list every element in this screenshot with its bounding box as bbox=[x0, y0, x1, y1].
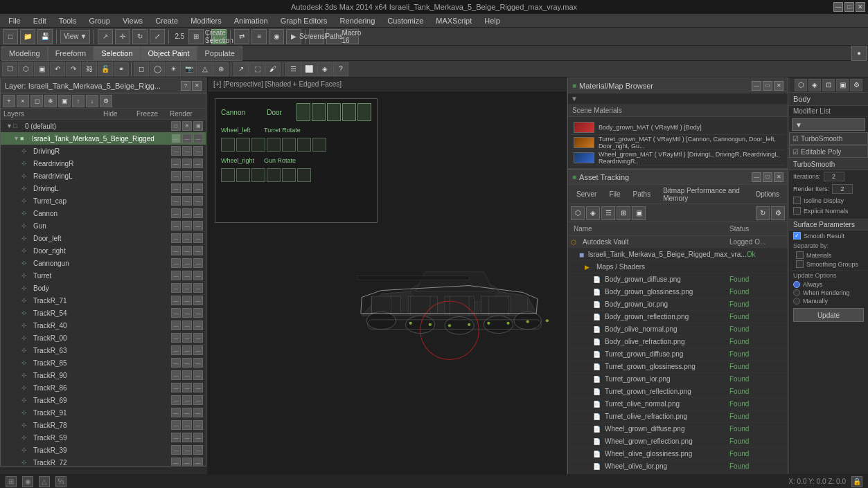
view-dropdown[interactable]: View▼ bbox=[60, 30, 90, 44]
new-btn[interactable]: □ bbox=[3, 29, 18, 44]
smoothing-groups-checkbox[interactable] bbox=[796, 260, 804, 268]
update-button[interactable]: Update bbox=[793, 308, 864, 322]
icon-mat-editor[interactable]: ◈ bbox=[317, 62, 333, 76]
layer-turret-cap[interactable]: ⊹ Turret_cap ——— bbox=[1, 195, 206, 207]
asset-menu-bitmap-perf[interactable]: Bitmap Performance and Memory bbox=[657, 186, 748, 204]
layer-dialog-close[interactable]: ✕ bbox=[192, 81, 202, 91]
layer-drivingr[interactable]: ⊹ DrivingR ——— bbox=[1, 145, 206, 157]
icon-scene-exp[interactable]: ⬜ bbox=[301, 62, 317, 76]
mod-icon-1[interactable]: ⬡ bbox=[795, 79, 807, 91]
icon-link[interactable]: ⛓ bbox=[82, 62, 97, 76]
minimize-btn[interactable]: — bbox=[833, 2, 843, 12]
icon-redo[interactable]: ↷ bbox=[66, 62, 81, 76]
status-percent-icon[interactable]: % bbox=[55, 476, 67, 487]
mod-icon-4[interactable]: ▣ bbox=[836, 79, 849, 91]
layer-trackr-71[interactable]: ⊹ TrackR_71 ——— bbox=[1, 294, 206, 307]
icon-new[interactable]: ☐ bbox=[2, 62, 17, 76]
move-btn[interactable]: ✛ bbox=[115, 29, 130, 44]
layer-reardrivingr[interactable]: ⊹ ReardrivingR ——— bbox=[1, 157, 206, 170]
isoline-row[interactable]: Isoline Display bbox=[789, 195, 868, 206]
icon-select-region[interactable]: ⬚ bbox=[249, 62, 265, 76]
screenshot-btn[interactable]: Screenshot bbox=[309, 29, 324, 44]
maximize-btn[interactable]: □ bbox=[844, 2, 854, 12]
asset-body-normal[interactable]: 📄 Body_olive_normal.png Found bbox=[568, 323, 788, 336]
modifier-dropdown[interactable]: ▼ bbox=[792, 118, 865, 131]
asset-turret-diffuse[interactable]: 📄 Turret_grown_diffuse.png Found bbox=[568, 348, 788, 361]
menu-views[interactable]: Views bbox=[117, 15, 148, 26]
asset-rows-body[interactable]: ⬡ Autodesk Vault Logged O... ◼ Israeli_T… bbox=[568, 236, 788, 475]
asset-btn-3[interactable]: ☰ bbox=[601, 206, 615, 220]
asset-body-ior[interactable]: 📄 Body_grown_ior.png Found bbox=[568, 298, 788, 311]
layer-trackr-00[interactable]: ⊹ TrackR_00 ——— bbox=[1, 332, 206, 344]
isoline-checkbox[interactable] bbox=[793, 197, 801, 204]
layer-settings-btn[interactable]: ⚙ bbox=[100, 95, 112, 107]
layer-trackr-59[interactable]: ⊹ TrackR_59 ——— bbox=[1, 431, 206, 444]
layer-trackr-78[interactable]: ⊹ TrackR_78 ——— bbox=[1, 419, 206, 431]
menu-group[interactable]: Group bbox=[83, 15, 116, 26]
asset-wheel-reflection[interactable]: 📄 Wheel_grown_reflection.png Found bbox=[568, 435, 788, 448]
when-rendering-row[interactable]: When Rendering bbox=[789, 289, 868, 297]
asset-btn-5[interactable]: ▣ bbox=[632, 206, 646, 220]
icon-select[interactable]: ↗ bbox=[233, 62, 249, 76]
menu-create[interactable]: Create bbox=[150, 15, 184, 26]
layer-freeze-btn[interactable]: ❄ bbox=[44, 95, 57, 107]
macro16-btn[interactable]: Macro 16 bbox=[344, 29, 359, 44]
menu-tools[interactable]: Tools bbox=[53, 15, 82, 26]
asset-body-refraction[interactable]: 📄 Body_olive_refraction.png Found bbox=[568, 336, 788, 348]
asset-body-glossiness[interactable]: 📄 Body_grown_glossiness.png Found bbox=[568, 286, 788, 298]
materials-row[interactable]: Materials bbox=[789, 251, 868, 260]
mat-browser-minimize[interactable]: — bbox=[752, 81, 761, 91]
iterations-input[interactable] bbox=[824, 172, 844, 181]
asset-minimize[interactable]: — bbox=[752, 172, 761, 182]
create-selection-btn[interactable]: Create Selection bbox=[211, 29, 227, 44]
asset-turret-reflection[interactable]: 📄 Turret_grown_reflection.png Found bbox=[568, 386, 788, 398]
asset-btn-2[interactable]: ◈ bbox=[586, 206, 600, 220]
explicit-normals-row[interactable]: Explicit Normals bbox=[789, 206, 868, 216]
mod-icon-2[interactable]: ◈ bbox=[808, 79, 821, 91]
asset-vault-row[interactable]: ⬡ Autodesk Vault Logged O... bbox=[568, 236, 788, 248]
smooth-result-checkbox[interactable]: ✓ bbox=[793, 232, 801, 240]
mode-populate[interactable]: Populate bbox=[197, 46, 242, 61]
menu-customize[interactable]: Customize bbox=[382, 15, 429, 26]
layer-trackr-39[interactable]: ⊹ TrackR_39 ——— bbox=[1, 444, 206, 456]
asset-menu-options[interactable]: Options bbox=[750, 189, 785, 199]
layer-door-left[interactable]: ⊹ Door_left ——— bbox=[1, 232, 206, 244]
icon-cameras[interactable]: 📷 bbox=[181, 62, 197, 76]
material-body[interactable]: Body_grown_MAT ( VRayMtl ) [Body] bbox=[571, 120, 785, 135]
asset-wheel-diffuse[interactable]: 📄 Wheel_grown_diffuse.png Found bbox=[568, 423, 788, 435]
menu-help[interactable]: Help bbox=[479, 15, 506, 26]
mat-browser-close[interactable]: ✕ bbox=[774, 81, 783, 91]
layer-tank-main[interactable]: ▼ ■ Israeli_Tank_Merkava_5_Beige_Rigged … bbox=[1, 132, 206, 145]
layer-dialog-question[interactable]: ? bbox=[181, 81, 191, 91]
asset-turret-ior[interactable]: 📄 Turret_grown_ior.png Found bbox=[568, 373, 788, 386]
asset-refresh-btn[interactable]: ↻ bbox=[756, 206, 770, 220]
icon-open[interactable]: ⬡ bbox=[18, 62, 33, 76]
mod-icon-5[interactable]: ⚙ bbox=[850, 79, 862, 91]
paths-btn[interactable]: Paths bbox=[326, 29, 342, 44]
layer-render-btn[interactable]: ▣ bbox=[58, 95, 71, 107]
material-turret[interactable]: Turret_grown_MAT ( VRayMtl ) [Cannon, Ca… bbox=[571, 135, 785, 150]
materials-checkbox[interactable] bbox=[796, 251, 804, 259]
layer-door-right[interactable]: ⊹ Door_right ——— bbox=[1, 244, 206, 257]
material-wheel[interactable]: Wheel_grown_MAT ( VRayMtl ) [DrivingL, D… bbox=[571, 150, 785, 165]
status-angle-icon[interactable]: △ bbox=[39, 476, 50, 487]
mode-modeling[interactable]: Modeling bbox=[1, 46, 48, 61]
save-btn[interactable]: 💾 bbox=[37, 29, 53, 44]
icon-helpers[interactable]: △ bbox=[197, 62, 213, 76]
explicit-normals-checkbox[interactable] bbox=[793, 207, 801, 215]
menu-rendering[interactable]: Rendering bbox=[335, 15, 381, 26]
align-btn[interactable]: ≡ bbox=[251, 29, 267, 44]
layer-move-dn-btn[interactable]: ↓ bbox=[86, 95, 98, 107]
mod-icon-3[interactable]: ⊡ bbox=[822, 79, 835, 91]
render-setup-btn[interactable]: ◉ bbox=[269, 29, 284, 44]
mirror-btn[interactable]: ⇄ bbox=[234, 29, 249, 44]
layer-body[interactable]: ⊹ Body ——— bbox=[1, 282, 206, 294]
layer-trackr-85[interactable]: ⊹ TrackR_85 ——— bbox=[1, 356, 206, 369]
manually-row[interactable]: Manually bbox=[789, 297, 868, 305]
asset-btn-4[interactable]: ⊞ bbox=[617, 206, 630, 220]
status-lock-icon[interactable]: 🔒 bbox=[851, 476, 862, 487]
icon-save[interactable]: ▣ bbox=[34, 62, 49, 76]
menu-file[interactable]: File bbox=[3, 15, 26, 26]
menu-animation[interactable]: Animation bbox=[229, 15, 274, 26]
asset-close[interactable]: ✕ bbox=[774, 172, 783, 182]
